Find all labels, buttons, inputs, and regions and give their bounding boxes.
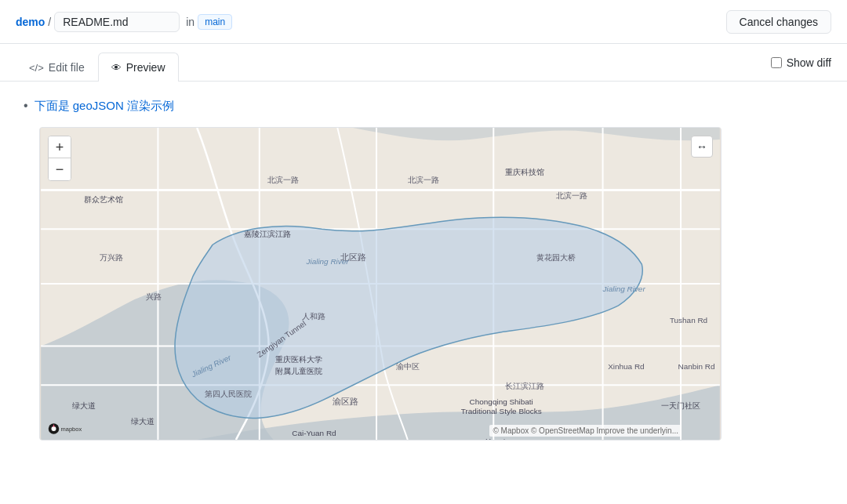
repo-link[interactable]: demo [16,16,45,28]
svg-text:绿大道: 绿大道 [131,417,154,426]
tabs-left: </> Edit file 👁 Preview [16,44,179,81]
edit-icon: </> [29,62,44,74]
bullet-dot: • [24,97,28,114]
expand-button[interactable]: ↔ [691,136,713,158]
filename-input[interactable] [54,12,180,32]
map-container: 北区路 人和路 渝中区 重庆医科大学 附属儿童医院 第四人民医院 渝区路 Cho… [39,127,722,441]
svg-text:Xinhua Rd: Xinhua Rd [608,363,644,372]
breadcrumb: demo / in main [16,12,232,32]
map-svg: 北区路 人和路 渝中区 重庆医科大学 附属儿童医院 第四人民医院 渝区路 Cho… [40,128,721,440]
svg-text:Jialing River: Jialing River [602,285,646,293]
svg-text:渝中区: 渝中区 [396,363,420,372]
content-area: • 下面是 geoJSON 渲染示例 [0,82,847,504]
breadcrumb-sep: / [48,16,51,28]
svg-text:北滨一路: 北滨一路 [267,176,299,184]
top-bar: demo / in main Cancel changes [0,0,847,44]
map-attribution: © Mapbox © OpenStreetMap Improve the und… [489,425,682,437]
tab-preview[interactable]: 👁 Preview [98,53,179,82]
svg-text:Tushan Rd: Tushan Rd [670,316,707,325]
tabs-bar: </> Edit file 👁 Preview Show diff [0,44,847,82]
svg-text:mapbox: mapbox [61,426,82,433]
in-label: in [186,16,194,28]
cancel-changes-button[interactable]: Cancel changes [726,10,831,34]
show-diff-container: Show diff [771,56,831,69]
svg-text:Yangtze: Yangtze [485,437,514,440]
zoom-out-button[interactable]: − [49,158,71,180]
edit-tab-label: Edit file [49,61,85,74]
map-controls[interactable]: + − [48,136,71,181]
svg-text:黄花园大桥: 黄花园大桥 [536,254,576,263]
preview-tab-label: Preview [126,61,165,74]
svg-text:第四人民医院: 第四人民医院 [205,390,252,399]
show-diff-checkbox[interactable] [771,57,782,68]
svg-point-53 [52,426,56,431]
preview-icon: 👁 [111,62,122,74]
svg-text:群众艺术馆: 群众艺术馆 [84,195,123,204]
svg-text:兴路: 兴路 [146,292,162,301]
svg-text:Traditional Style Blocks: Traditional Style Blocks [461,408,542,416]
branch-badge[interactable]: main [198,14,232,30]
svg-text:重庆科技馆: 重庆科技馆 [505,168,544,176]
svg-text:绿大道: 绿大道 [72,402,96,411]
expand-icon: ↔ [696,140,707,153]
svg-text:一天门社区: 一天门社区 [661,402,700,411]
svg-text:重庆医科大学: 重庆医科大学 [275,355,322,364]
zoom-in-button[interactable]: + [49,136,71,158]
show-diff-label[interactable]: Show diff [787,56,831,69]
bullet-text: 下面是 geoJSON 渲染示例 [35,97,174,114]
tab-edit-file[interactable]: </> Edit file [16,53,98,82]
mapbox-logo: mapbox [48,422,95,435]
svg-text:附属儿童医院: 附属儿童医院 [275,368,322,376]
svg-text:Nanbin Rd: Nanbin Rd [678,363,714,372]
svg-text:渝区路: 渝区路 [333,397,358,407]
svg-text:人和路: 人和路 [302,312,325,321]
svg-text:长江滨江路: 长江滨江路 [505,383,544,391]
bullet-item: • 下面是 geoJSON 渲染示例 [24,97,823,114]
svg-text:北滨一路: 北滨一路 [408,176,439,184]
svg-text:北滨一路: 北滨一路 [556,191,587,200]
svg-text:Cai-Yuan Rd: Cai-Yuan Rd [292,429,336,437]
svg-text:Jialing River: Jialing River [305,258,349,267]
svg-text:万兴路: 万兴路 [100,254,123,263]
svg-text:Chongqing Shibati: Chongqing Shibati [470,398,533,407]
svg-text:嘉陵江滨江路: 嘉陵江滨江路 [244,230,291,239]
